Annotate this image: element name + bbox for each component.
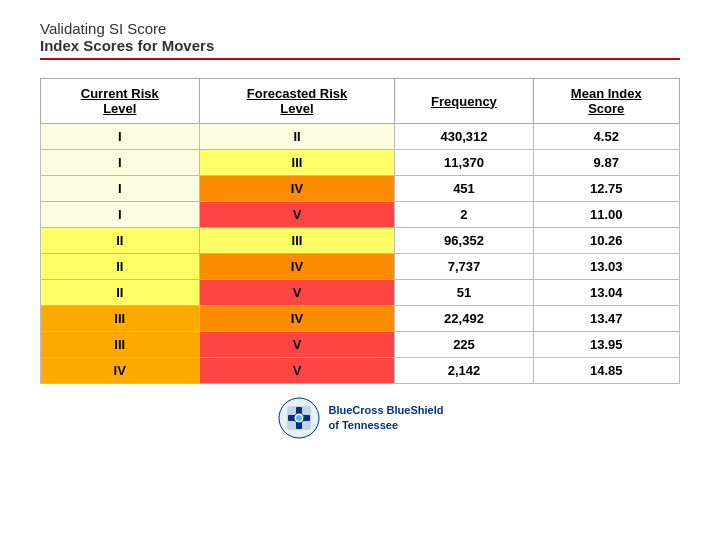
page: Validating SI Score Index Scores for Mov… xyxy=(0,0,720,540)
mis-cell: 4.52 xyxy=(533,124,680,150)
data-table: Current RiskLevel Forecasted RiskLevel F… xyxy=(40,78,680,384)
current-risk-cell: IV xyxy=(41,358,200,384)
title-divider xyxy=(40,58,680,60)
mis-cell: 9.87 xyxy=(533,150,680,176)
frequency-cell: 96,352 xyxy=(395,228,533,254)
mis-cell: 13.04 xyxy=(533,280,680,306)
title-line1: Validating SI Score xyxy=(40,20,680,37)
frequency-cell: 2 xyxy=(395,202,533,228)
table-row: I III 11,370 9.87 xyxy=(41,150,680,176)
col-header-current: Current RiskLevel xyxy=(41,79,200,124)
table-row: II V 51 13.04 xyxy=(41,280,680,306)
forecasted-risk-cell: IV xyxy=(199,254,395,280)
forecasted-risk-cell: II xyxy=(199,124,395,150)
forecasted-risk-cell: V xyxy=(199,280,395,306)
table-row: IV V 2,142 14.85 xyxy=(41,358,680,384)
col-header-frequency: Frequency xyxy=(395,79,533,124)
current-risk-cell: II xyxy=(41,228,200,254)
forecasted-risk-cell: V xyxy=(199,332,395,358)
mis-cell: 11.00 xyxy=(533,202,680,228)
frequency-cell: 7,737 xyxy=(395,254,533,280)
frequency-cell: 51 xyxy=(395,280,533,306)
table-row: II IV 7,737 13.03 xyxy=(41,254,680,280)
frequency-cell: 2,142 xyxy=(395,358,533,384)
title-section: Validating SI Score Index Scores for Mov… xyxy=(40,20,680,60)
forecasted-risk-cell: III xyxy=(199,150,395,176)
table-row: III IV 22,492 13.47 xyxy=(41,306,680,332)
forecasted-risk-cell: IV xyxy=(199,176,395,202)
current-risk-cell: I xyxy=(41,176,200,202)
mis-cell: 13.95 xyxy=(533,332,680,358)
table-row: I II 430,312 4.52 xyxy=(41,124,680,150)
table-row: II III 96,352 10.26 xyxy=(41,228,680,254)
col-header-mis: Mean IndexScore xyxy=(533,79,680,124)
forecasted-risk-cell: V xyxy=(199,202,395,228)
table-row: I IV 451 12.75 xyxy=(41,176,680,202)
frequency-cell: 11,370 xyxy=(395,150,533,176)
current-risk-cell: I xyxy=(41,124,200,150)
forecasted-risk-cell: IV xyxy=(199,306,395,332)
logo-text: BlueCross BlueShield of Tennessee xyxy=(329,403,444,434)
col-header-forecasted: Forecasted RiskLevel xyxy=(199,79,395,124)
forecasted-risk-cell: V xyxy=(199,358,395,384)
frequency-cell: 22,492 xyxy=(395,306,533,332)
current-risk-cell: II xyxy=(41,254,200,280)
table-row: I V 2 11.00 xyxy=(41,202,680,228)
footer: BlueCross BlueShield of Tennessee xyxy=(40,396,680,440)
current-risk-cell: I xyxy=(41,150,200,176)
current-risk-cell: III xyxy=(41,306,200,332)
current-risk-cell: III xyxy=(41,332,200,358)
current-risk-cell: I xyxy=(41,202,200,228)
frequency-cell: 451 xyxy=(395,176,533,202)
mis-cell: 13.03 xyxy=(533,254,680,280)
forecasted-risk-cell: III xyxy=(199,228,395,254)
current-risk-cell: II xyxy=(41,280,200,306)
logo-area: BlueCross BlueShield of Tennessee xyxy=(277,396,444,440)
mis-cell: 10.26 xyxy=(533,228,680,254)
frequency-cell: 430,312 xyxy=(395,124,533,150)
title-line2: Index Scores for Movers xyxy=(40,37,680,54)
svg-point-5 xyxy=(296,415,302,421)
mis-cell: 14.85 xyxy=(533,358,680,384)
frequency-cell: 225 xyxy=(395,332,533,358)
bcbs-logo-icon xyxy=(277,396,321,440)
mis-cell: 12.75 xyxy=(533,176,680,202)
table-row: III V 225 13.95 xyxy=(41,332,680,358)
mis-cell: 13.47 xyxy=(533,306,680,332)
